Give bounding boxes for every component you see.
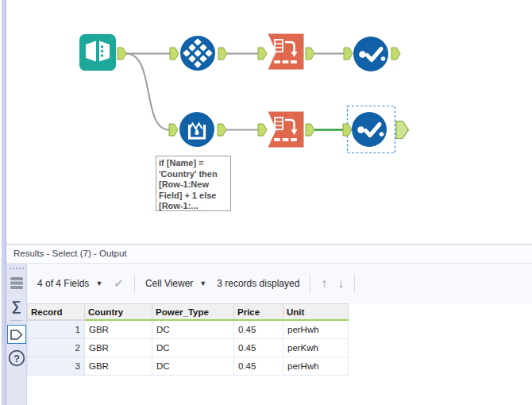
table-cell[interactable]: DC bbox=[152, 357, 234, 376]
output-anchor-browse-bottom-selected[interactable] bbox=[396, 122, 409, 139]
panel-drag-handle[interactable] bbox=[10, 268, 24, 269]
output-anchor-transpose-bottom[interactable] bbox=[306, 124, 314, 136]
input-anchor-select[interactable] bbox=[170, 48, 179, 60]
multi-row-formula-tool[interactable] bbox=[179, 112, 214, 147]
table-cell[interactable]: DC bbox=[152, 320, 234, 339]
record-number-cell[interactable]: 3 bbox=[28, 357, 85, 376]
output-anchor-select[interactable] bbox=[218, 48, 227, 60]
results-toolbar: 4 of 4 Fields ▼ ✔ Cell Viewer ▼ 3 record… bbox=[27, 264, 532, 303]
table-cell[interactable]: perHwh bbox=[283, 320, 349, 339]
svg-text:?: ? bbox=[13, 353, 20, 364]
workflow-canvas[interactable]: if [Name] = 'Country' then [Row-1:New Fi… bbox=[6, 0, 532, 244]
table-cell[interactable]: 0.45 bbox=[234, 339, 283, 357]
table-row: 1 GBR DC 0.45 perHwh bbox=[28, 320, 349, 339]
table-cell[interactable]: GBR bbox=[85, 320, 152, 339]
input-data-tool[interactable] bbox=[79, 34, 116, 71]
cell-viewer-dropdown[interactable]: Cell Viewer ▼ bbox=[145, 278, 206, 289]
browse-tool-bottom-selected[interactable] bbox=[352, 112, 387, 147]
column-header-price[interactable]: Price bbox=[234, 304, 283, 321]
input-anchor-browse-top[interactable] bbox=[344, 48, 353, 60]
workflow-svg bbox=[6, 0, 532, 244]
cell-viewer-label: Cell Viewer bbox=[145, 278, 193, 289]
toolbar-separator bbox=[134, 274, 135, 293]
output-anchor-formula[interactable] bbox=[218, 124, 226, 136]
table-cell[interactable]: perHwh bbox=[283, 357, 349, 376]
table-cell[interactable]: 0.45 bbox=[234, 320, 283, 339]
metadata-sigma-icon[interactable]: ∑ bbox=[11, 299, 21, 313]
table-cell[interactable]: GBR bbox=[85, 357, 152, 376]
connection-input-to-formula[interactable] bbox=[126, 54, 169, 130]
input-anchor-formula[interactable] bbox=[169, 124, 178, 136]
transpose-tool-top[interactable] bbox=[268, 34, 304, 70]
strip-divider bbox=[10, 320, 23, 321]
up-arrow-icon[interactable]: ↑ bbox=[321, 276, 327, 291]
table-row: 2 GBR DC 0.45 perKwh bbox=[28, 339, 349, 357]
table-cell[interactable]: 0.45 bbox=[234, 357, 283, 376]
transpose-tool-bottom[interactable] bbox=[268, 112, 304, 148]
table-cell[interactable]: DC bbox=[152, 339, 234, 357]
table-cell[interactable]: GBR bbox=[85, 339, 152, 357]
records-displayed-label: 3 records displayed bbox=[217, 278, 299, 289]
results-panel: Results - Select (7) - Output ∑ bbox=[6, 244, 532, 405]
chevron-down-icon: ▼ bbox=[199, 280, 206, 287]
table-header-row: Record Country Power_Type Price Unit bbox=[28, 304, 349, 321]
input-anchor-transpose-bottom[interactable] bbox=[258, 124, 267, 136]
down-arrow-icon[interactable]: ↓ bbox=[337, 276, 344, 291]
fields-dropdown-label: 4 of 4 Fields bbox=[37, 278, 89, 289]
chevron-down-icon: ▼ bbox=[95, 280, 102, 287]
toolbar-separator bbox=[310, 274, 310, 293]
fields-dropdown[interactable]: 4 of 4 Fields ▼ bbox=[37, 278, 102, 289]
results-title: Results - Select (7) - Output bbox=[6, 245, 532, 264]
browse-tool-top[interactable] bbox=[353, 37, 388, 71]
help-icon[interactable]: ? bbox=[8, 349, 25, 367]
grid-layout-icon[interactable] bbox=[10, 276, 24, 290]
table-row: 3 GBR DC 0.45 perHwh bbox=[28, 357, 349, 376]
record-number-cell[interactable]: 1 bbox=[28, 320, 85, 339]
select-tool[interactable] bbox=[180, 36, 215, 71]
input-anchor-browse-bottom[interactable] bbox=[343, 124, 352, 136]
apply-check-icon[interactable]: ✔ bbox=[114, 276, 124, 291]
tool-anchor-icon-selected[interactable] bbox=[7, 325, 26, 344]
table-cell[interactable]: perKwh bbox=[283, 339, 349, 357]
tool-annotation[interactable]: if [Name] = 'Country' then [Row-1:New Fi… bbox=[156, 156, 231, 211]
column-header-power-type[interactable]: Power_Type bbox=[152, 304, 234, 321]
toolbar-separator bbox=[354, 274, 355, 293]
input-anchor-transpose-top[interactable] bbox=[258, 48, 267, 60]
output-anchor-transpose-top[interactable] bbox=[306, 48, 314, 60]
results-icon-strip: ∑ ? bbox=[6, 264, 27, 405]
column-header-unit[interactable]: Unit bbox=[283, 304, 349, 321]
results-table: Record Country Power_Type Price Unit 1 G… bbox=[27, 303, 349, 376]
column-header-record[interactable]: Record bbox=[28, 304, 85, 321]
record-number-cell[interactable]: 2 bbox=[28, 339, 85, 357]
output-anchor-input-data[interactable] bbox=[118, 48, 126, 60]
output-anchor-browse-top[interactable] bbox=[391, 48, 400, 60]
column-header-country[interactable]: Country bbox=[85, 304, 152, 321]
